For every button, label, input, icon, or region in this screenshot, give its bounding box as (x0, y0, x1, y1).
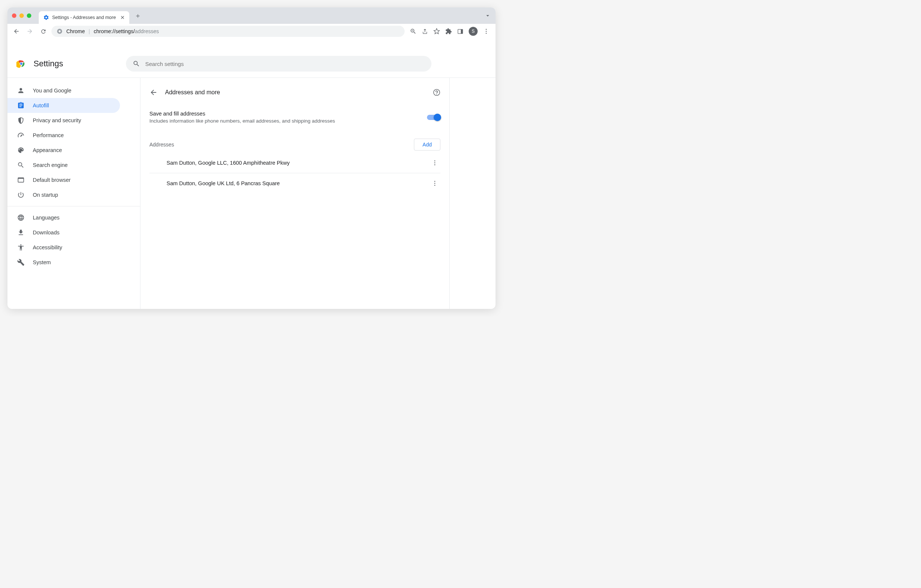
forward-button[interactable] (24, 26, 35, 36)
sidebar-item-label: Languages (33, 215, 60, 221)
svg-point-4 (486, 29, 487, 30)
main: Addresses and more Save and fill address… (140, 78, 496, 309)
columns: You and Google Autofill Privacy and secu… (7, 78, 496, 309)
sidebar-item-autofill[interactable]: Autofill (7, 98, 120, 113)
addresses-label: Addresses (150, 142, 174, 148)
sidebar-item-label: Performance (33, 132, 64, 138)
sidebar-item-system[interactable]: System (7, 255, 120, 270)
search-settings[interactable] (126, 56, 431, 72)
tabs-menu-icon[interactable] (484, 12, 491, 19)
address-row[interactable]: Sam Dutton, Google UK Ltd, 6 Pancras Squ… (150, 173, 440, 194)
search-icon (133, 60, 140, 67)
new-tab-button[interactable]: ＋ (135, 11, 141, 20)
sidebar-item-label: Appearance (33, 147, 62, 153)
shield-icon (17, 117, 24, 124)
add-address-button[interactable]: Add (414, 138, 440, 151)
url-product-label: Chrome (66, 28, 85, 34)
wrench-icon (17, 259, 24, 266)
sidebar-item-appearance[interactable]: Appearance (7, 143, 120, 158)
minimize-window-button[interactable] (20, 13, 24, 18)
svg-point-13 (434, 181, 436, 182)
toolbar: Chrome | chrome://settings/addresses S (7, 24, 496, 39)
accessibility-icon (17, 244, 24, 251)
settings-panel: Addresses and more Save and fill address… (140, 78, 450, 309)
svg-point-11 (434, 163, 436, 164)
speedometer-icon (17, 132, 24, 139)
back-button[interactable] (11, 26, 21, 36)
palette-icon (17, 147, 24, 154)
sidebar-item-languages[interactable]: Languages (7, 210, 120, 225)
sidebar-item-label: Default browser (33, 177, 71, 183)
sidebar-item-label: You and Google (33, 88, 71, 93)
sidebar-item-you-and-google[interactable]: You and Google (7, 83, 120, 98)
sidebar-item-default-browser[interactable]: Default browser (7, 173, 120, 187)
maximize-window-button[interactable] (27, 13, 31, 18)
toolbar-actions: S (408, 27, 492, 36)
svg-point-15 (434, 185, 436, 186)
app-shell: Settings You and Google Autofill (7, 39, 496, 309)
svg-point-1 (59, 30, 60, 32)
back-icon[interactable] (150, 88, 158, 96)
sidebar-item-privacy[interactable]: Privacy and security (7, 113, 120, 128)
search-icon (17, 161, 24, 169)
save-fill-toggle-row: Save and fill addresses Includes informa… (150, 106, 440, 131)
sidebar-item-label: System (33, 259, 50, 265)
app-header: Settings (7, 50, 496, 78)
address-text: Sam Dutton, Google UK Ltd, 6 Pancras Squ… (166, 180, 280, 186)
profile-avatar[interactable]: S (469, 27, 478, 36)
sidebar-item-accessibility[interactable]: Accessibility (7, 240, 120, 255)
power-icon (17, 191, 24, 199)
svg-point-12 (434, 165, 436, 165)
address-bar[interactable]: Chrome | chrome://settings/addresses (51, 26, 405, 37)
zoom-icon[interactable] (410, 28, 417, 35)
save-fill-toggle[interactable] (427, 115, 440, 120)
svg-point-14 (434, 183, 436, 184)
more-actions-icon[interactable] (431, 180, 440, 187)
sidebar-item-label: Privacy and security (33, 117, 81, 123)
sidebar-item-label: On startup (33, 192, 58, 198)
sidebar-item-performance[interactable]: Performance (7, 128, 120, 143)
addresses-heading: Addresses Add (150, 131, 440, 153)
sidebar: You and Google Autofill Privacy and secu… (7, 78, 140, 309)
download-icon (17, 229, 24, 236)
sidebar-item-label: Search engine (33, 162, 68, 168)
close-tab-icon[interactable]: ✕ (120, 15, 125, 21)
browser-icon (17, 176, 24, 184)
sidebar-separator (7, 206, 140, 207)
address-text: Sam Dutton, Google LLC, 1600 Amphitheatr… (166, 160, 290, 166)
browser-tab[interactable]: Settings - Addresses and more ✕ (39, 11, 129, 24)
tab-title: Settings - Addresses and more (52, 15, 116, 20)
reload-button[interactable] (38, 26, 49, 36)
toggle-title: Save and fill addresses (150, 111, 335, 117)
more-actions-icon[interactable] (431, 160, 440, 166)
clipboard-icon (17, 102, 24, 109)
browser-window: Settings - Addresses and more ✕ ＋ Chrome… (7, 7, 496, 309)
close-window-button[interactable] (12, 13, 16, 18)
side-panel-icon[interactable] (457, 28, 464, 35)
help-icon[interactable] (433, 89, 440, 96)
toggle-subtitle: Includes information like phone numbers,… (150, 118, 335, 124)
sidebar-item-on-startup[interactable]: On startup (7, 187, 120, 202)
chrome-logo-icon (16, 59, 26, 68)
sidebar-item-search-engine[interactable]: Search engine (7, 158, 120, 173)
extensions-icon[interactable] (445, 28, 452, 35)
chrome-icon (57, 28, 63, 34)
sidebar-item-label: Downloads (33, 230, 60, 236)
svg-rect-3 (461, 29, 463, 33)
globe-icon (17, 214, 24, 222)
page-title: Addresses and more (165, 89, 220, 96)
svg-point-5 (486, 31, 487, 32)
svg-point-6 (486, 33, 487, 34)
sidebar-item-label: Autofill (33, 103, 49, 108)
search-input[interactable] (145, 61, 425, 67)
browser-menu-icon[interactable] (483, 28, 490, 35)
share-icon[interactable] (422, 28, 428, 35)
panel-header: Addresses and more (140, 85, 449, 106)
window-controls (12, 13, 31, 18)
svg-point-10 (434, 160, 436, 161)
sidebar-item-downloads[interactable]: Downloads (7, 225, 120, 240)
titlebar: Settings - Addresses and more ✕ ＋ (7, 7, 496, 24)
address-row[interactable]: Sam Dutton, Google LLC, 1600 Amphitheatr… (150, 153, 440, 173)
app-title: Settings (34, 59, 63, 68)
bookmark-icon[interactable] (433, 28, 440, 35)
